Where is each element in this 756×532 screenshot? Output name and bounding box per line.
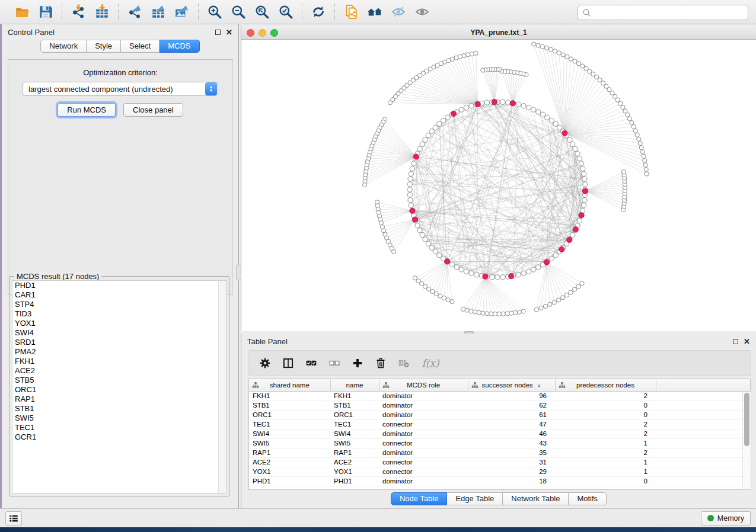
close-panel-icon[interactable]: ✕ xyxy=(226,30,232,35)
org-chart-icon xyxy=(471,382,479,389)
tab-motifs[interactable]: Motifs xyxy=(569,492,607,505)
float-table-panel-icon[interactable] xyxy=(733,339,738,344)
mcds-result-item[interactable]: SWI5 xyxy=(12,414,226,423)
table-row[interactable]: STB1STB1dominator620 xyxy=(249,400,751,410)
mcds-result-list[interactable]: PHD1CAR1STP4TID3YOX1SWI4SRD1PMA2FKH1ACE2… xyxy=(12,280,227,493)
mcds-result-item[interactable]: STB5 xyxy=(12,376,226,385)
network-window: YPA_prune.txt_1 xyxy=(241,26,756,331)
close-table-panel-icon[interactable]: ✕ xyxy=(744,339,750,344)
org-chart-icon xyxy=(252,382,259,389)
show-all-icon[interactable] xyxy=(413,3,431,21)
mcds-result-item[interactable]: CAR1 xyxy=(12,290,226,300)
mcds-result-item[interactable]: ORC1 xyxy=(12,385,226,395)
table-row[interactable]: FKH1FKH1dominator962 xyxy=(249,391,751,400)
tab-edge-table[interactable]: Edge Table xyxy=(447,492,503,505)
memory-status-icon xyxy=(707,515,714,521)
table-row[interactable]: YOX1YOX1connector291 xyxy=(249,467,751,476)
maximize-window-icon[interactable] xyxy=(270,29,278,37)
mcds-result-item[interactable]: PHD1 xyxy=(12,281,226,290)
mcds-list-scrollbar[interactable] xyxy=(218,281,226,493)
columns-icon[interactable] xyxy=(282,357,295,370)
task-history-button[interactable] xyxy=(5,511,22,525)
control-panel-title: Control Panel xyxy=(8,28,55,37)
tab-network[interactable]: Network xyxy=(40,40,87,53)
network-graph[interactable] xyxy=(241,40,755,331)
criterion-dropdown[interactable]: largest connected component (undirected)… xyxy=(23,82,218,96)
table-row[interactable]: PHD1PHD1dominator180 xyxy=(249,476,751,486)
table-row[interactable]: SWI4SWI4dominator462 xyxy=(249,429,751,438)
column-header-successor-nodes[interactable]: successor nodes∨ xyxy=(468,379,555,391)
network-window-title: YPA_prune.txt_1 xyxy=(470,28,527,37)
table-toolbar: f(x) xyxy=(248,350,751,376)
export-table-icon[interactable] xyxy=(149,3,167,21)
export-network-icon[interactable] xyxy=(126,3,143,21)
table-row[interactable]: ACE2ACE2connector311 xyxy=(249,457,751,467)
mcds-result-item[interactable]: FKH1 xyxy=(12,357,226,366)
mcds-result-item[interactable]: STB1 xyxy=(12,404,226,414)
deselect-all-icon[interactable] xyxy=(328,357,341,370)
tab-mcds[interactable]: MCDS xyxy=(160,40,199,53)
settings-icon[interactable] xyxy=(259,357,272,370)
table-scrollbar-thumb[interactable] xyxy=(744,393,749,446)
mcds-result-title: MCDS result (17 nodes) xyxy=(14,272,101,281)
table-scrollbar[interactable] xyxy=(742,392,750,489)
function-builder-icon: f(x) xyxy=(420,357,441,370)
tab-select[interactable]: Select xyxy=(121,40,160,53)
zoom-selected-icon[interactable] xyxy=(277,3,295,21)
search-box[interactable] xyxy=(578,5,748,20)
float-panel-icon[interactable] xyxy=(215,30,221,35)
mcds-result-item[interactable]: GCR1 xyxy=(12,432,226,442)
close-panel-button[interactable]: Close panel xyxy=(123,103,183,117)
network-window-titlebar[interactable]: YPA_prune.txt_1 xyxy=(241,26,756,40)
mcds-result-item[interactable]: RAP1 xyxy=(12,395,226,404)
mcds-result-item[interactable]: PMA2 xyxy=(12,347,226,357)
search-icon xyxy=(582,8,592,18)
node-table[interactable]: shared namenameMCDS rolesuccessor nodes∨… xyxy=(248,379,751,490)
zoom-fit-icon[interactable] xyxy=(253,3,271,21)
mcds-result-item[interactable]: TID3 xyxy=(12,309,226,319)
table-row[interactable]: TEC1TEC1connector472 xyxy=(249,419,751,429)
hide-selected-icon[interactable] xyxy=(390,3,407,21)
tab-network-table[interactable]: Network Table xyxy=(503,492,569,505)
network-canvas[interactable] xyxy=(241,40,755,331)
control-panel: Control Panel ✕ NetworkStyleSelectMCDS O… xyxy=(2,24,239,508)
mcds-result-item[interactable]: SWI4 xyxy=(12,328,226,338)
zoom-in-icon[interactable] xyxy=(206,3,224,21)
mcds-result-item[interactable]: SRD1 xyxy=(12,338,226,347)
table-panel-title: Table Panel xyxy=(247,337,288,346)
select-all-icon[interactable] xyxy=(305,357,318,370)
column-header-name[interactable]: name xyxy=(330,379,379,391)
import-table-icon[interactable] xyxy=(93,3,111,21)
export-image-icon[interactable] xyxy=(173,3,191,21)
tab-node-table[interactable]: Node Table xyxy=(391,492,448,505)
duplicate-network-icon[interactable] xyxy=(342,3,360,21)
import-network-icon[interactable] xyxy=(69,3,87,21)
mcds-result-item[interactable]: YOX1 xyxy=(12,319,226,328)
table-row[interactable]: ORC1ORC1dominator610 xyxy=(249,410,751,419)
tab-style[interactable]: Style xyxy=(87,40,121,53)
delete-row-icon[interactable] xyxy=(374,357,387,370)
table-row[interactable]: SWI5SWI5connector431 xyxy=(249,438,751,448)
close-window-icon[interactable] xyxy=(247,29,254,37)
minimize-window-icon[interactable] xyxy=(259,29,266,37)
zoom-out-icon[interactable] xyxy=(229,3,247,21)
criterion-value: largest connected component (undirected) xyxy=(23,85,205,94)
column-header-shared-name[interactable]: shared name xyxy=(249,379,330,391)
mcds-result-groupbox: MCDS result (17 nodes) PHD1CAR1STP4TID3Y… xyxy=(9,276,229,496)
delete-table-icon xyxy=(397,357,410,370)
column-header-predecessor-nodes[interactable]: predecessor nodes xyxy=(555,379,656,391)
add-row-icon[interactable] xyxy=(351,357,364,370)
run-mcds-button[interactable]: Run MCDS xyxy=(58,103,116,117)
mcds-result-item[interactable]: ACE2 xyxy=(12,366,226,376)
first-neighbors-icon[interactable] xyxy=(366,3,384,21)
mcds-result-item[interactable]: TEC1 xyxy=(12,423,226,432)
refresh-layout-icon[interactable] xyxy=(310,3,327,21)
org-chart-icon xyxy=(382,382,390,389)
save-session-icon[interactable] xyxy=(37,3,55,21)
open-file-icon[interactable] xyxy=(13,3,31,21)
search-input[interactable] xyxy=(592,7,748,18)
memory-button[interactable]: Memory xyxy=(701,511,751,525)
column-header-MCDS-role[interactable]: MCDS role xyxy=(379,379,468,391)
mcds-result-item[interactable]: STP4 xyxy=(12,300,226,309)
table-row[interactable]: RAP1RAP1dominator352 xyxy=(249,448,751,457)
